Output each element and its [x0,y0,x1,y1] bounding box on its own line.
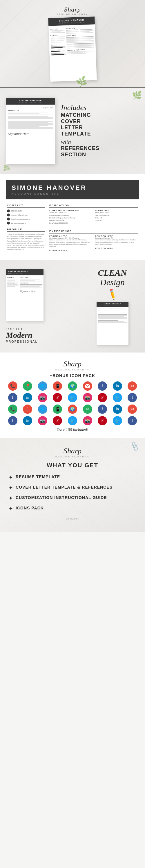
icon-fb-42: f [128,416,137,425]
exp3-title: POSITION HERE [49,249,92,251]
star-3: ✦ [9,496,13,501]
exp1-title: POSITION HERE [49,235,92,237]
icon-twitter: 🐦 [68,393,77,402]
split-section: SIMONE HANOVER ACCOUNT EXECUTIVE Contact… [0,260,145,352]
icon-row-1: 📞 📍 🌐 📱 🌍 f in ✉ [6,381,139,391]
icon-mob-3: 📱 [53,405,62,414]
email-item: shanover@gmail.com [7,214,45,216]
icon-phone: 📞 [8,381,17,391]
includes-label: Includes [61,104,99,112]
icon-phone-3: 📞 [8,405,17,414]
resume-preview-card: SIMONE HANOVER ACCOUNT EXECUTIVE Contact… [48,17,97,82]
icon-ig-42: 📸 [83,416,92,425]
brand-name-hero: Sharp [57,6,88,13]
icon-pinterest: P [53,393,62,402]
brand-logo-hero: Sharp Resume Foundry [57,6,88,15]
icon-pin-42: P [98,416,107,425]
icon-location: 📍 [23,381,32,391]
icon-mail [83,381,92,391]
icon-fb-4: f [8,416,17,425]
star-2: ✦ [9,485,13,491]
linkedin-item: linkedin.com/in/shanover [7,218,45,220]
clean-design-block: CLEAN Design ✏️ SIMONE HANOVER ACCOUNT E… [97,268,128,345]
professional-label: PROFESSIONAL [6,340,74,343]
edu2-detail: Intermediate level [95,214,138,217]
split-left-panel: SIMONE HANOVER ACCOUNT EXECUTIVE Contact… [0,260,80,352]
wyg-item-2-text: COVER LETTER TEMPLATE & REFERENCES [16,485,113,490]
cover-letter-preview-card: SIMONE HANOVER ACCOUNT EXECUTIVE August … [6,98,55,164]
icon-instagram-2: 📸 [83,393,92,402]
modern-label: Modern [6,331,74,340]
icon-phone-2: 📱 [53,381,62,391]
for-the-modern-block: FOR THE Modern PROFESSIONAL [6,324,74,343]
phone-text: 555.000.0123 [11,210,22,212]
edu2-location: Milan, Italy · 2011 [95,212,138,214]
resume-name: SIMONE HANOVER [11,184,134,192]
wyg-item-1-text: RESUME TEMPLATE [16,474,60,479]
icon-web: 🌐 [38,381,47,391]
for-the-label: FOR THE [6,327,74,331]
icon-facebook-2: f [8,393,17,402]
includes-line3: LETTER [61,125,99,131]
includes-section: 🌿 🌿 SIMONE HANOVER ACCOUNT EXECUTIVE Aug… [0,88,145,174]
edu1-location: Austin, TX · 2009-2013 [49,212,92,214]
exp2-desc: Lorem ipsum consectetur adipiscing elit.… [95,239,138,246]
clean-label: CLEAN [97,268,128,277]
wyg-item-3: ✦ CUSTOMIZATION INSTRUCTIONAL GUIDE [9,495,136,501]
cover-name: SIMONE HANOVER [7,99,54,101]
resume-right-col: EDUCATION LOREM IPSUM UNIVERSITY Austin,… [49,204,138,254]
icon-fb-3: f [128,393,137,402]
icon-pack-section: Sharp Resume Foundry +BONUS ICON PACK 📞 … [0,352,145,438]
icon-fb-row3: f [98,405,107,414]
icon-tw-42: 🐦 [113,416,122,425]
linkedin-icon [7,218,10,220]
star-1: ✦ [9,475,13,480]
exp4-title: POSITION HERE [95,247,138,249]
wyg-item-3-text: CUSTOMIZATION INSTRUCTIONAL GUIDE [16,495,107,500]
wyg-item-1: ✦ RESUME TEMPLATE [9,474,136,480]
linkedin-text: linkedin.com/in/shanover [11,218,30,220]
exp2-title: POSITION HERE [95,235,138,237]
includes-line5: REFERENCES [61,145,99,152]
profile-text: Quisque, accumsan metus at ante vulputat… [7,234,45,251]
edu-entry-1: LOREM IPSUM UNIVERSITY Austin, TX · 2009… [49,210,92,224]
exp-entry-2: POSITION HERE Company, Houston, TX Lorem… [95,235,138,251]
icon-twitter-2: 🐦 [113,393,122,402]
education-section-title: EDUCATION [49,204,138,208]
signature-line: Signature Here [8,132,53,136]
wyg-item-2: ✦ COVER LETTER TEMPLATE & REFERENCES [9,485,136,491]
brand-sub-hero: Resume Foundry [57,13,88,15]
phone-item: 555.000.0123 [7,210,45,212]
icon-linkedin: in [113,381,122,391]
brand-sub-wyg: Resume Foundry [9,455,136,458]
brand-sub-icons: Resume Foundry [6,368,139,371]
icon-ig-4: 📷 [38,416,47,425]
icon-li-row3: in [113,405,122,414]
icon-env-3: ✉ [128,405,137,414]
brand-name-wyg: Sharp [9,447,136,455]
cover-date: August 1, 2017 [8,107,53,108]
brand-name-icons: Sharp [6,360,139,368]
hero-section: Sharp Resume Foundry SIMONE HANOVER ACCO… [0,0,145,87]
deco-leaves-2: 🌿 [132,90,142,100]
website-text: www.simoneh.com [11,222,26,224]
email-icon [7,214,10,216]
includes-line1: MATCHING [61,112,99,119]
resume-title: ACCOUNT EXECUTIVE [11,192,134,195]
icon-mail-2: ✉ [128,381,137,391]
icon-tw-4: 🐦 [68,416,77,425]
icon-row-4: f in 📷 P 🐦 📸 P 🐦 f [6,416,139,425]
edu1-honors: Magna Cum Laude [49,219,92,222]
edu2-school: LOREM IPSU... [95,210,138,212]
edu2-cad: CAD 101 [95,219,138,222]
includes-line2: COVER [61,119,99,125]
icon-row-3: 📞 📍 🌐 📱 🌍 ✉ f in ✉ [6,405,139,414]
experience-section-title: EXPERIENCE [49,230,138,234]
cover-title: ACCOUNT EXECUTIVE [7,101,54,103]
resume-body: CONTACT 555.000.0123 shanover@gmail.com … [6,204,139,254]
edu1-dates: Dean's List (2009-2013) [49,222,92,224]
includes-with: with [61,139,99,145]
icon-loc-3: 📍 [23,405,32,414]
email-text: shanover@gmail.com [11,214,28,216]
small-resume-card: SIMONE HANOVER ACCOUNT EXECUTIVE Contact… [6,269,44,321]
